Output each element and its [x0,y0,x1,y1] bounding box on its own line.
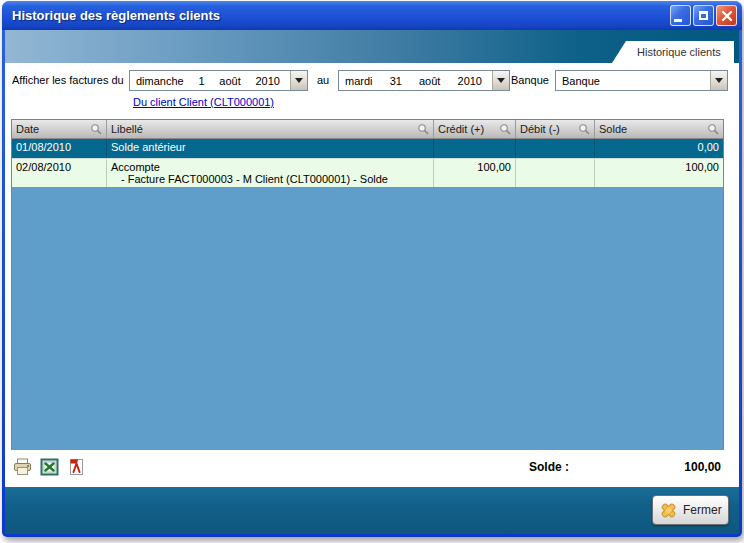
close-button[interactable] [716,5,737,26]
between-label: au [317,74,329,86]
table-row[interactable]: 02/08/2010 Accompte - Facture FACT000003… [12,159,723,187]
column-header-debit[interactable]: Débit (-) [516,120,595,138]
cell-date: 02/08/2010 [12,159,107,187]
cell-libelle: Solde antérieur [107,139,434,158]
cell-credit: 100,00 [434,159,516,187]
minimize-icon [674,19,682,22]
titlebar[interactable]: Historique des règlements clients [2,1,742,30]
tab-historique-clients[interactable]: Historique clients [612,41,734,63]
print-icon[interactable] [13,458,32,476]
chevron-down-icon[interactable] [492,71,509,90]
show-invoices-label: Afficher les factures du [12,74,124,86]
cell-date: 01/08/2010 [12,139,107,158]
column-header-libelle[interactable]: Libellé [107,120,434,138]
chevron-down-icon[interactable] [710,71,727,90]
date-from-year: 2010 [256,75,280,87]
bank-select[interactable]: Banque [555,70,728,91]
cell-solde: 100,00 [595,159,723,187]
search-icon[interactable] [90,123,103,136]
search-icon[interactable] [417,123,430,136]
table-header-row: Date Libellé Crédit (+) Débit (-) Solde [12,120,723,139]
bank-value: Banque [562,75,600,87]
client-link[interactable]: Du client Client (CLT000001) [133,96,274,108]
date-to-year: 2010 [458,75,482,87]
bank-label: Banque [511,74,549,86]
search-icon[interactable] [707,123,720,136]
date-from-month: août [219,75,240,87]
dialog-window: Historique des règlements clients Histor… [2,1,742,537]
table-row[interactable]: 01/08/2010 Solde antérieur 0,00 [12,139,723,159]
column-header-credit[interactable]: Crédit (+) [434,120,516,138]
window-title: Historique des règlements clients [12,8,670,23]
fermer-label: Fermer [683,503,722,517]
pdf-export-icon[interactable] [67,458,86,476]
footer-bar: Solde : 100,00 [5,450,739,487]
date-from-day: 1 [198,75,204,87]
cell-debit [516,139,595,158]
payments-table: Date Libellé Crédit (+) Débit (-) Solde [11,119,724,476]
search-icon[interactable] [578,123,591,136]
maximize-icon [699,11,708,20]
maximize-button[interactable] [693,5,714,26]
fermer-button[interactable]: Fermer [652,495,729,525]
date-to-select[interactable]: mardi 31 août 2010 [338,70,510,91]
cell-solde: 0,00 [595,139,723,158]
table-empty-area [12,187,723,475]
tab-label: Historique clients [637,46,721,58]
date-to-dayname: mardi [345,75,373,87]
bottom-action-bar: Fermer [5,487,739,534]
close-x-icon [660,502,677,519]
date-to-month: août [419,75,440,87]
cell-debit [516,159,595,187]
column-header-solde[interactable]: Solde [595,120,723,138]
cell-credit [434,139,516,158]
excel-export-icon[interactable] [40,458,59,476]
cell-libelle: Accompte - Facture FACT000003 - M Client… [107,159,434,187]
dialog-content: Historique clients Afficher les factures… [5,30,739,534]
solde-label: Solde : [529,460,569,474]
close-icon [721,10,733,22]
date-from-dayname: dimanche [136,75,184,87]
date-to-day: 31 [390,75,402,87]
solde-value: 100,00 [684,460,721,474]
search-icon[interactable] [499,123,512,136]
chevron-down-icon[interactable] [290,71,307,90]
column-header-date[interactable]: Date [12,120,107,138]
date-from-select[interactable]: dimanche 1 août 2010 [129,70,308,91]
minimize-button[interactable] [670,5,691,26]
